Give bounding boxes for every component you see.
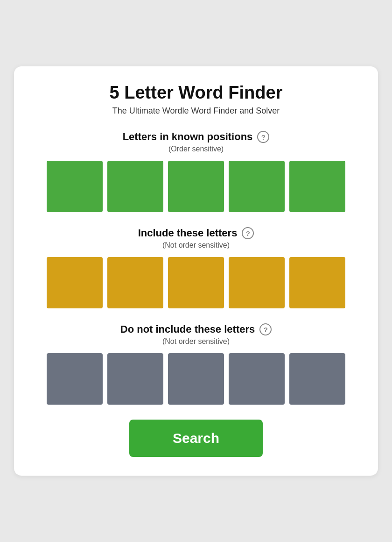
include-tile-2[interactable] — [107, 257, 163, 308]
known-positions-subtitle: (Order sensitive) — [33, 145, 359, 153]
include-tile-5[interactable] — [289, 257, 345, 308]
include-letters-help-icon[interactable]: ? — [242, 227, 254, 239]
exclude-tile-4[interactable] — [229, 353, 285, 405]
include-letters-title: Include these letters — [138, 227, 238, 239]
main-card: 5 Letter Word Finder The Ultimate Wordle… — [14, 66, 378, 476]
exclude-letters-subtitle: (Not order sensitive) — [33, 337, 359, 346]
include-letters-section: Include these letters ? (Not order sensi… — [33, 227, 359, 308]
include-letters-header: Include these letters ? — [33, 227, 359, 239]
known-tile-5[interactable] — [289, 161, 345, 212]
include-tile-4[interactable] — [229, 257, 285, 308]
exclude-letters-help-icon[interactable]: ? — [259, 323, 272, 335]
known-tile-3[interactable] — [168, 161, 224, 212]
known-positions-header: Letters in known positions ? — [33, 131, 359, 143]
known-tile-4[interactable] — [229, 161, 285, 212]
exclude-tile-1[interactable] — [47, 353, 103, 405]
page-subtitle: The Ultimate Wordle Word Finder and Solv… — [33, 106, 359, 116]
known-tile-2[interactable] — [107, 161, 163, 212]
include-tile-3[interactable] — [168, 257, 224, 308]
include-letters-subtitle: (Not order sensitive) — [33, 241, 359, 250]
known-tile-1[interactable] — [47, 161, 103, 212]
exclude-tile-2[interactable] — [107, 353, 163, 405]
exclude-letters-header: Do not include these letters ? — [33, 323, 359, 335]
exclude-letters-title: Do not include these letters — [120, 323, 255, 335]
exclude-letters-section: Do not include these letters ? (Not orde… — [33, 323, 359, 405]
known-positions-section: Letters in known positions ? (Order sens… — [33, 131, 359, 212]
exclude-letters-tiles — [33, 353, 359, 405]
exclude-tile-3[interactable] — [168, 353, 224, 405]
search-button[interactable]: Search — [129, 420, 263, 457]
known-positions-tiles — [33, 161, 359, 212]
include-letters-tiles — [33, 257, 359, 308]
include-tile-1[interactable] — [47, 257, 103, 308]
exclude-tile-5[interactable] — [289, 353, 345, 405]
page-title: 5 Letter Word Finder — [33, 83, 359, 103]
known-positions-help-icon[interactable]: ? — [257, 131, 269, 143]
known-positions-title: Letters in known positions — [123, 131, 253, 143]
